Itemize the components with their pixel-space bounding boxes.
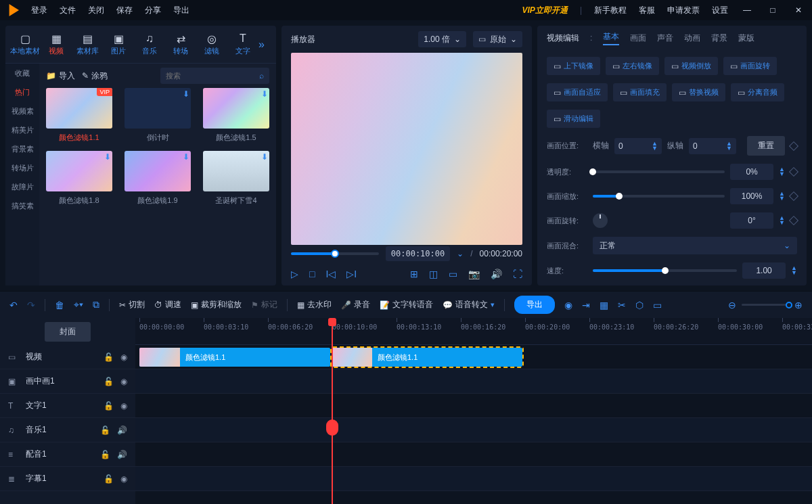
- lock-icon[interactable]: 🔓: [100, 426, 110, 435]
- category-4[interactable]: 背景素: [5, 139, 39, 158]
- lock-icon[interactable]: 🔓: [100, 450, 110, 459]
- media-thumb-3[interactable]: ⬇颜色滤镜1.8: [46, 151, 112, 206]
- safezone-icon[interactable]: ◫: [429, 269, 438, 279]
- timeline-clip-1[interactable]: 颜色滤镜1.1: [332, 348, 522, 367]
- stepper-icon[interactable]: ▲▼: [652, 141, 658, 151]
- reset-button[interactable]: 重置: [747, 136, 785, 156]
- preview-mode[interactable]: ▭原始⌄: [473, 31, 522, 47]
- opacity-value[interactable]: 0%: [730, 164, 773, 180]
- save-menu[interactable]: 保存: [116, 5, 133, 16]
- prev-frame-button[interactable]: I◁: [325, 269, 336, 279]
- stepper-icon[interactable]: ▲▼: [726, 141, 732, 151]
- category-7[interactable]: 搞笑素: [5, 196, 39, 215]
- media-tab-1[interactable]: ▦视频: [41, 32, 72, 56]
- keyframe-icon[interactable]: [789, 167, 798, 177]
- minimize-button[interactable]: —: [740, 5, 754, 15]
- visibility-icon[interactable]: ◉: [120, 352, 127, 362]
- import-button[interactable]: 📁导入: [46, 70, 75, 82]
- tool-icon-1[interactable]: ◉: [564, 300, 572, 311]
- playback-speed[interactable]: 1.00 倍⌄: [418, 31, 466, 47]
- zoom-out-button[interactable]: ⊖: [728, 300, 736, 311]
- rotate-knob[interactable]: [593, 213, 608, 228]
- chip-chips1-3[interactable]: ▭画面旋转: [723, 57, 777, 75]
- support-link[interactable]: 客服: [639, 5, 655, 16]
- track-lane-1[interactable]: [135, 369, 812, 394]
- link-button[interactable]: ⧉: [93, 299, 99, 311]
- haxis-input[interactable]: ▲▼: [614, 138, 662, 154]
- category-5[interactable]: 转场片: [5, 158, 39, 177]
- zoom-slider[interactable]: [742, 304, 789, 306]
- download-icon[interactable]: ⬇: [183, 89, 189, 99]
- visibility-icon[interactable]: ◉: [120, 377, 127, 386]
- vaxis-input[interactable]: ▲▼: [689, 138, 736, 154]
- keyframe-icon[interactable]: [789, 191, 798, 201]
- keyframe-icon[interactable]: [789, 141, 798, 150]
- export-button[interactable]: 导出: [514, 296, 555, 314]
- visibility-icon[interactable]: 🔊: [117, 450, 127, 459]
- media-tab-4[interactable]: ♫音乐: [134, 32, 165, 56]
- download-icon[interactable]: ⬇: [183, 152, 189, 162]
- stop-button[interactable]: □: [309, 269, 315, 279]
- video-preview[interactable]: [291, 53, 522, 245]
- lock-icon[interactable]: 🔓: [104, 401, 114, 411]
- category-2[interactable]: 视频素: [5, 101, 39, 120]
- invoice-link[interactable]: 申请发票: [667, 5, 700, 16]
- track-lane-0[interactable]: 颜色滤镜1.1颜色滤镜1.1: [135, 345, 812, 369]
- chip-chips1-0[interactable]: ▭上下镜像: [547, 57, 600, 75]
- scale-value[interactable]: 100%: [730, 188, 773, 204]
- file-menu[interactable]: 文件: [60, 5, 76, 16]
- category-1[interactable]: 热门: [5, 83, 39, 101]
- tts-button[interactable]: 📝文字转语音: [380, 299, 433, 311]
- tab-mask[interactable]: 蒙版: [738, 32, 754, 44]
- login-link[interactable]: 登录: [31, 5, 47, 16]
- grid-icon[interactable]: ⊞: [410, 269, 418, 279]
- tab-picture[interactable]: 画面: [630, 32, 646, 44]
- media-tab-6[interactable]: ◎滤镜: [196, 32, 227, 56]
- media-tab-7[interactable]: T文字: [227, 32, 258, 56]
- record-button[interactable]: 🎤录音: [341, 299, 370, 311]
- tab-sound[interactable]: 声音: [657, 32, 673, 44]
- category-3[interactable]: 精美片: [5, 120, 39, 139]
- keyframe-icon[interactable]: [789, 216, 798, 225]
- media-thumb-5[interactable]: ⬇圣诞树下雪4: [203, 151, 269, 206]
- tool-icon-3[interactable]: ▦: [600, 300, 608, 311]
- tab-basic[interactable]: 基本: [603, 31, 619, 45]
- stepper-icon[interactable]: ▲▼: [779, 216, 785, 225]
- timeline-clip-0[interactable]: 颜色滤镜1.1: [139, 348, 330, 367]
- mark-button[interactable]: ⚑标记: [251, 299, 277, 311]
- redo-button[interactable]: ↷: [27, 300, 35, 311]
- tutorial-link[interactable]: 新手教程: [594, 5, 627, 16]
- tool-icon-2[interactable]: ⇥: [582, 300, 590, 311]
- chip-chips2-1[interactable]: ▭画面填充: [613, 83, 667, 101]
- track-lane-3[interactable]: [135, 418, 812, 442]
- chip-chips2-2[interactable]: ▭替换视频: [672, 83, 725, 101]
- more-tabs-icon[interactable]: »: [258, 39, 265, 51]
- undo-button[interactable]: ↶: [9, 300, 18, 311]
- chip-chips3-0[interactable]: ▭滑动编辑: [547, 110, 600, 128]
- watermark-button[interactable]: ▦去水印: [297, 299, 332, 311]
- zoom-in-button[interactable]: ⊕: [794, 300, 803, 311]
- media-thumb-2[interactable]: ⬇颜色滤镜1.5: [203, 88, 269, 143]
- doodle-button[interactable]: ✎涂鸦: [82, 70, 108, 82]
- delete-button[interactable]: 🗑: [55, 300, 64, 311]
- play-button[interactable]: ▷: [291, 269, 298, 279]
- rotate-value[interactable]: 0°: [730, 212, 773, 229]
- media-tab-3[interactable]: ▣图片: [103, 32, 134, 56]
- opacity-slider[interactable]: [593, 170, 725, 173]
- track-lane-4[interactable]: [135, 442, 812, 467]
- track-lane-2[interactable]: [135, 394, 812, 418]
- share-menu[interactable]: 分享: [145, 5, 161, 16]
- chip-chips1-2[interactable]: ▭视频倒放: [664, 57, 718, 75]
- playhead-grip[interactable]: [326, 419, 338, 436]
- visibility-icon[interactable]: 🔊: [117, 426, 127, 435]
- tool-icon-6[interactable]: ▭: [653, 300, 662, 311]
- playhead[interactable]: [332, 318, 333, 504]
- seek-bar[interactable]: [291, 252, 379, 255]
- scale-slider[interactable]: [593, 195, 725, 198]
- stepper-icon[interactable]: ▲▼: [791, 266, 797, 275]
- pointer-tool[interactable]: ⌖▾: [74, 299, 83, 311]
- speed-slider[interactable]: [593, 269, 737, 272]
- tool-icon-4[interactable]: ✂: [618, 300, 626, 311]
- maximize-button[interactable]: □: [766, 5, 780, 15]
- search-icon[interactable]: ⌕: [259, 71, 264, 81]
